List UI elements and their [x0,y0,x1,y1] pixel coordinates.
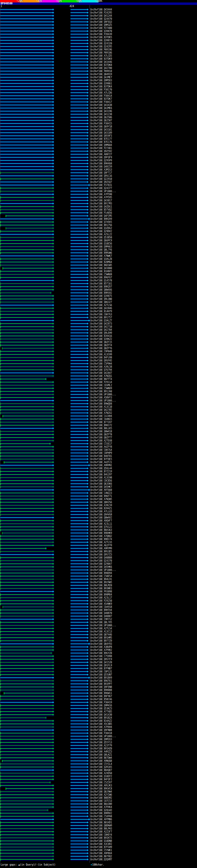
alignment-row[interactable]: UniRef100_C6TC53 [0,800,197,802]
hit-id-link[interactable]: UniRef100_Q10QY2 [90,775,112,778]
hit-id-link[interactable]: UniRef100_Q9ZSQ7 [90,181,112,184]
hit-id-link[interactable]: UniRef100_B40T81 [90,455,112,458]
alignment-row[interactable]: UniRef100_B7FNB7 [0,667,197,670]
hit-id-link[interactable]: UniRef100_Q10E56 [90,242,112,245]
hit-id-link[interactable]: UniRef100_A4RZZ3 [90,750,112,753]
alignment-row[interactable]: UniRef100_P38415 [0,122,197,125]
alignment-row[interactable]: UniRef100_B5T161 [0,282,197,285]
alignment-row[interactable]: UniRef100_B40T81 [0,455,197,458]
alignment-row[interactable]: UniRef100_Q9S7Z3 [0,553,197,556]
hit-id-link[interactable]: UniRef100_P30419 [90,701,112,704]
hit-id-link[interactable]: UniRef100_B394Z1 [90,507,112,510]
hit-id-link[interactable]: UniRef100_B3TDK7 [90,98,112,100]
alignment-row[interactable]: UniRef100_B9GVC8 [0,787,197,790]
alignment-row[interactable]: UniRef100_Q24370 [0,559,197,562]
alignment-row[interactable]: UniRef100_Q0DKW9 [0,824,197,827]
hit-id-link[interactable]: UniRef100_Q24470 [90,18,112,20]
alignment-row[interactable]: UniRef100_Q2R3A5 [0,766,197,769]
hit-id-link[interactable]: UniRef100_A7P9R2 [90,649,112,652]
alignment-row[interactable]: UniRef100_C5YWK1 [0,849,197,852]
alignment-row[interactable]: UniRef100_C75998 [0,655,197,658]
hit-id-link[interactable]: UniRef100_B7FDE5 [90,458,112,461]
hit-id-link[interactable]: UniRef100_Q1HLZ7 [90,319,112,322]
alignment-row[interactable]: UniRef100_A39L59 [0,504,197,507]
hit-id-link[interactable]: UniRef100_Q53KZ3 [90,707,112,710]
hit-id-link[interactable]: UniRef100_C6K7G4 [90,448,112,452]
alignment-row[interactable]: UniRef100_Q290A7 [0,563,197,565]
hit-id-link[interactable]: UniRef100_Q29SP9 [90,159,112,162]
hit-id-link[interactable]: UniRef100_Q43444 [90,8,112,11]
hit-id-link[interactable]: UniRef100_P09196 [90,48,112,51]
alignment-row[interactable]: UniRef100_Q1HLZ8 [0,258,197,260]
alignment-row[interactable]: UniRef100_P09186 [0,52,197,54]
alignment-row[interactable]: UniRef100_Q10E56 [0,242,197,245]
alignment-row[interactable]: UniRef100_Q9M463 [0,245,197,248]
hit-id-link[interactable]: UniRef100_Q8L7V5 [90,621,112,624]
hit-id-link[interactable]: UniRef100_A4ZFY8 [90,445,112,448]
hit-id-link[interactable]: UniRef100_A7NWK7 [90,255,112,257]
hit-id-link[interactable]: UniRef100_Q48159 [90,165,112,168]
hit-id-link[interactable]: UniRef100_P37831 [90,184,112,187]
alignment-row[interactable]: UniRef100_A4ZFY8 [0,445,197,448]
alignment-row[interactable]: UniRef100_A9RPN1 [0,464,197,467]
alignment-row[interactable]: UniRef100_C8CB56 [0,479,197,482]
alignment-row[interactable]: UniRef100_C5XPA8 [0,815,197,818]
hit-id-link[interactable]: UniRef100_Q45HK7 [90,486,112,488]
hit-id-link[interactable]: UniRef100_B7Z219 [90,470,112,473]
alignment-row[interactable]: UniRef100_C0HEY4 [0,834,197,836]
alignment-row[interactable]: UniRef100_B4FLR8 [0,356,197,359]
alignment-row[interactable]: UniRef100_Q8L7Y6 [0,248,197,251]
hit-id-link[interactable]: UniRef100_B7FGH9 [90,846,112,848]
alignment-row[interactable]: UniRef100_A7LLU3 [0,510,197,513]
hit-id-link[interactable]: UniRef100_A7NZW5 [90,498,112,501]
alignment-row[interactable]: UniRef100_C9P840 [0,350,197,353]
alignment-row[interactable]: UniRef100_Q39875 [0,295,197,298]
hit-id-link[interactable]: UniRef100_B8LPH3 [90,827,112,830]
alignment-row[interactable]: UniRef100_C04918 [0,606,197,609]
alignment-row[interactable]: UniRef100_B90D94 [0,572,197,575]
hit-id-link[interactable]: UniRef100_A7NZX2 [90,412,112,414]
alignment-row[interactable]: UniRef100_C5P9H4 [0,363,197,365]
hit-id-link[interactable]: UniRef100_C6TC53 [90,800,112,802]
hit-id-link[interactable]: UniRef100_Q4JME6 [90,107,112,110]
alignment-row[interactable]: UniRef100_B4FQF2 [0,778,197,781]
hit-id-link[interactable]: UniRef100_Q84Y93 [90,643,112,645]
hit-id-link[interactable]: UniRef100_A7P6H4 [90,726,112,728]
alignment-row[interactable]: UniRef100_Q45HK7 [0,486,197,488]
hit-id-link[interactable]: UniRef100_Q55UN7 [90,673,112,676]
hit-id-link[interactable]: UniRef100_C5YIL4 [90,763,112,766]
hit-id-link[interactable]: UniRef100_B98MU4 [90,593,112,596]
hit-id-link[interactable]: UniRef100_C0HEY4 [90,834,112,836]
alignment-row[interactable]: UniRef100_Q0ZFT4 [0,344,197,347]
hit-id-link[interactable]: UniRef100_Q76122 [90,526,112,528]
alignment-row[interactable]: UniRef100_B3TDK4 [0,85,197,88]
hit-id-link[interactable]: UniRef100_Q9SFH5 [90,359,112,362]
alignment-row[interactable]: UniRef100_Q9LGN0 [0,298,197,301]
hit-id-link[interactable]: UniRef100_A9T660 [90,489,112,491]
alignment-row[interactable]: UniRef100_UP1000... [0,569,197,571]
alignment-row[interactable]: UniRef100_A3BUP8 [0,646,197,648]
alignment-row[interactable]: UniRef100_B8LM20 [0,584,197,587]
alignment-row[interactable]: UniRef100_A7QBQ2 [0,535,197,537]
hit-id-link[interactable]: UniRef100_B6FFT4 [90,378,112,380]
alignment-row[interactable]: UniRef100_Q55UN7 [0,673,197,676]
alignment-row[interactable]: UniRef100_Q42873 [0,322,197,325]
alignment-row[interactable]: UniRef100_Q62586 [0,116,197,119]
hit-id-link[interactable]: UniRef100_B1H8V5 [90,270,112,273]
hit-id-link[interactable]: UniRef100_A5BVY3 [90,396,112,399]
hit-id-link[interactable]: UniRef100_A3BUP8 [90,646,112,648]
alignment-row[interactable]: UniRef100_A5ANK9 [0,602,197,606]
hit-id-link[interactable]: UniRef100_A4ZF21 [90,461,112,464]
hit-id-link[interactable]: UniRef100_Q43017 [90,199,112,202]
hit-id-link[interactable]: UniRef100_Q9M416 [90,704,112,707]
hit-id-link[interactable]: UniRef100_C04N15 [90,418,112,421]
alignment-row[interactable]: UniRef100_C9R712 [0,618,197,621]
hit-id-link[interactable]: UniRef100_Q0ZFT8 [90,433,112,436]
alignment-row[interactable]: UniRef100_Q42780 [0,67,197,70]
alignment-row[interactable]: UniRef100_A2YIW6 [0,794,197,796]
hit-id-link[interactable]: UniRef100_Q40B88 [90,556,112,559]
hit-id-link[interactable]: UniRef100_Q4ZDG1 [90,206,112,208]
alignment-row[interactable]: UniRef100_Q84Y93 [0,643,197,645]
alignment-row[interactable]: UniRef100_B9S3D5 [0,550,197,553]
alignment-row[interactable]: UniRef100_A2SL22 [0,233,197,236]
